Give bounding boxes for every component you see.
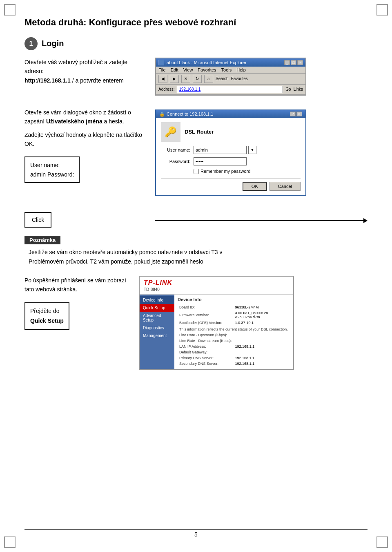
corner-mark-tr — [376, 4, 388, 16]
quick-setup-line2: Quick Setup — [30, 316, 64, 326]
home-button[interactable]: ⌂ — [204, 75, 213, 83]
instruction4-text: a hesla. — [104, 118, 124, 125]
downstream-value — [234, 338, 290, 344]
upstream-label: Line Rate - Upstream (Kbps): — [178, 332, 234, 338]
table-row: Line Rate - Upstream (Kbps): — [178, 332, 290, 338]
tplink-content-title: Device Info — [178, 297, 290, 302]
table-row: Line Rate - Downstream (Kbps): — [178, 338, 290, 344]
sidebar-device-info[interactable]: Device Info — [140, 296, 174, 304]
browser-titlebar-left: about:blank - Microsoft Internet Explore… — [158, 60, 247, 65]
tplink-header: TP-LINK TD-8840 — [140, 277, 293, 295]
instruction3: Otevře se vám dialogové okno z žádostí o… — [24, 108, 147, 126]
step1-badge-row: 1 Login — [24, 37, 368, 50]
tplink-sidebar: Device Info Quick Setup Advanced Setup D… — [140, 295, 174, 369]
close-button[interactable]: × — [297, 60, 303, 65]
primary-dns-label: Primary DNS Server: — [178, 355, 234, 361]
go-button[interactable]: Go — [285, 87, 291, 92]
bootloader-value: 1.0.37-10.1 — [234, 320, 290, 326]
gateway-value — [234, 349, 290, 355]
browser-addressbar-row: Address: 192.168.1.1 Go Links — [156, 85, 305, 95]
menu-file[interactable]: File — [158, 67, 166, 72]
ok-button[interactable]: OK — [243, 182, 267, 191]
quick-setup-box: Přejděte do Quick Setup — [24, 302, 69, 330]
corner-mark-br — [376, 536, 388, 548]
table-row: Board ID: 96338L-2M4M — [178, 304, 290, 310]
after-login-text-content: Po úspěšném přihlášení se vám zobrazí ta… — [24, 277, 126, 293]
after-login-text: Po úspěšném přihlášení se vám zobrazí ta… — [24, 276, 131, 294]
credentials-box: User name: admin Password: — [24, 156, 80, 183]
info-note: This information reflects the current st… — [178, 326, 290, 332]
minimize-button[interactable]: _ — [284, 60, 290, 65]
browser-icon — [158, 60, 164, 65]
section1-left: Otevřete váš webový prohlížeč a zadejte … — [24, 58, 147, 89]
connect-help-button[interactable]: ? — [290, 112, 296, 116]
connect-title-left: 🔒 Connect to 192.168.1.1 — [159, 112, 213, 117]
table-row: Primary DNS Server: 192.168.1.1 — [178, 355, 290, 361]
menu-view[interactable]: View — [183, 67, 193, 72]
connect-titlebar: 🔒 Connect to 192.168.1.1 ? × — [156, 110, 305, 118]
instruction2-text: / a potvrďte enterem — [72, 77, 124, 84]
bold-username: Uživatelského jména — [46, 118, 102, 125]
forward-button[interactable]: ▶ — [170, 75, 179, 83]
section2-left: Otevře se vám dialogové okno z žádostí o… — [24, 108, 147, 183]
corner-mark-tl — [4, 4, 16, 16]
browser-menubar: File Edit View Favorites Tools Help — [156, 67, 305, 74]
connect-divider — [161, 178, 301, 179]
refresh-button[interactable]: ↻ — [193, 75, 202, 83]
instruction5: Zadejte výchozí hodnoty a klepněte na tl… — [24, 130, 147, 149]
password-label: admin Password: — [30, 170, 74, 179]
favorites-label: Favorites — [231, 76, 248, 81]
note-text: Jestliže se vám okno neotevře automatick… — [24, 248, 368, 266]
section2-right: 🔒 Connect to 192.168.1.1 ? × 🔑 DSL Route… — [155, 108, 368, 196]
sidebar-diagnostics[interactable]: Diagnostics — [140, 324, 174, 332]
section1-layout: Otevřete váš webový prohlížeč a zadejte … — [24, 58, 368, 96]
lan-ip-value: 192.168.1.1 — [234, 344, 290, 349]
step1-badge: 1 — [24, 37, 38, 50]
url-text: http://192.168.1.1 — [24, 77, 71, 84]
sidebar-advanced-setup[interactable]: Advanced Setup — [140, 312, 174, 324]
note-badge: Poznámka — [24, 236, 60, 244]
board-id-label: Board ID: — [178, 304, 234, 310]
click-box: Click — [24, 212, 51, 228]
page-title-text: Metoda druhá: Konfigurace přes webové ro… — [24, 17, 236, 27]
menu-tools[interactable]: Tools — [221, 67, 232, 72]
browser-address-input[interactable]: 192.168.1.1 — [177, 86, 283, 93]
table-row: This information reflects the current st… — [178, 326, 290, 332]
address-value: 192.168.1.1 — [179, 87, 200, 92]
connect-dialog: 🔒 Connect to 192.168.1.1 ? × 🔑 DSL Route… — [155, 110, 306, 196]
username-dropdown[interactable]: ▼ — [248, 146, 256, 154]
search-label: Search — [216, 76, 229, 81]
menu-edit[interactable]: Edit — [171, 67, 178, 72]
firmware-label: Firmware Version: — [178, 310, 234, 320]
password-row: Password: — [161, 157, 301, 165]
browser-window-controls: _ □ × — [284, 60, 303, 65]
browser-titlebar: about:blank - Microsoft Internet Explore… — [156, 58, 305, 67]
table-row: Bootloader (CFE) Version: 1.0.37-10.1 — [178, 320, 290, 326]
connect-close-button[interactable]: × — [296, 112, 302, 116]
quick-setup-line1: Přejděte do — [30, 306, 64, 316]
arrow-head — [363, 218, 368, 223]
password-input[interactable] — [194, 157, 247, 165]
tplink-content: Device Info Board ID: 96338L-2M4M Firmwa… — [174, 295, 293, 369]
firmware-value: 3.06.03T_0a000128 A2p002p4.d7m — [234, 310, 290, 320]
cancel-button[interactable]: Cancel — [270, 182, 301, 191]
menu-favorites[interactable]: Favorites — [198, 67, 216, 72]
board-id-value: 96338L-2M4M — [234, 304, 290, 310]
tplink-layout: Device Info Quick Setup Advanced Setup D… — [140, 295, 293, 369]
stop-button[interactable]: ✕ — [181, 75, 190, 83]
links-label: Links — [294, 87, 303, 92]
menu-help[interactable]: Help — [236, 67, 246, 72]
browser-window: about:blank - Microsoft Internet Explore… — [155, 58, 306, 96]
downstream-label: Line Rate - Downstream (Kbps): — [178, 338, 234, 344]
table-row: LAN IP Address: 192.168.1.1 — [178, 344, 290, 349]
maximize-button[interactable]: □ — [291, 60, 296, 65]
lan-ip-label: LAN IP Address: — [178, 344, 234, 349]
page-container: Metoda druhá: Konfigurace přes webové ro… — [0, 0, 392, 552]
back-button[interactable]: ◀ — [158, 75, 167, 83]
note-section: Poznámka Jestliže se vám okno neotevře a… — [24, 236, 368, 266]
sidebar-management[interactable]: Management — [140, 332, 174, 340]
remember-checkbox[interactable] — [194, 169, 199, 174]
username-input[interactable] — [194, 146, 247, 154]
username-row: User name: ▼ — [161, 146, 301, 154]
sidebar-quick-setup[interactable]: Quick Setup — [140, 304, 174, 312]
